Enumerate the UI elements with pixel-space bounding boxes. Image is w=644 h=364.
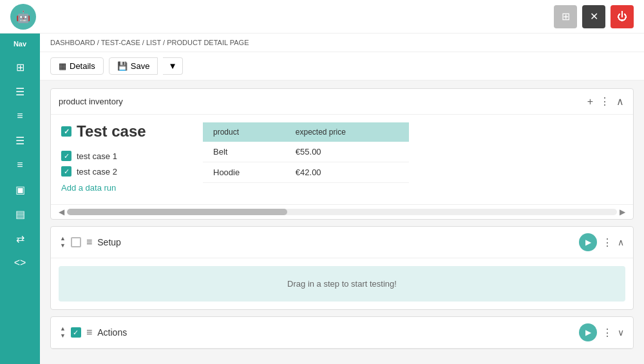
actions-more-button[interactable]: ⋮: [601, 325, 614, 340]
actions-arrow-up[interactable]: ▲: [60, 325, 66, 332]
details-button[interactable]: ▦ Details: [50, 57, 104, 75]
cell-price-1: €55.00: [285, 142, 409, 162]
add-data-run-label: Add a data run: [61, 183, 116, 193]
test-case-list: ✓ test case 1 ✓ test case 2: [61, 148, 190, 179]
save-dropdown-button[interactable]: ▼: [163, 57, 182, 75]
data-table: product expected price Belt €55.00: [203, 122, 409, 183]
sidebar-item-grid[interactable]: ⊞: [8, 57, 32, 77]
actions-collapse-icon[interactable]: ∨: [618, 327, 624, 338]
setup-list-icon: ≡: [86, 236, 92, 248]
list-item: ✓ test case 1: [61, 148, 190, 164]
inventory-title-input[interactable]: [59, 97, 581, 106]
actions-header-left: ▲ ▼ ✓ ≡ Actions: [60, 325, 574, 340]
scroll-track: ◀ ▶: [59, 207, 625, 216]
test-case-checkbox[interactable]: ✓: [61, 126, 71, 137]
drag-zone-text: Drag in a step to start testing!: [287, 279, 397, 289]
cell-price-2: €42.00: [285, 162, 409, 183]
item-label-1: test case 1: [77, 151, 117, 161]
details-icon: ▦: [59, 61, 66, 71]
setup-more-button[interactable]: ⋮: [601, 235, 614, 250]
sidebar-item-arrows[interactable]: ⇄: [8, 228, 32, 249]
sidebar-item-doc[interactable]: ▣: [8, 179, 32, 200]
inventory-card: + ⋮ ∧ ✓ Test case: [50, 88, 634, 220]
logo-icon: 🤖: [16, 10, 30, 24]
layout: Nav ⊞ ☰ ≡ ☰ ≡ ▣ ▤ ⇄ <> DASHBOARD / TEST-…: [0, 34, 644, 364]
save-label: Save: [131, 61, 150, 71]
list-item: ✓ test case 2: [61, 164, 190, 179]
breadcrumb-links[interactable]: DASHBOARD / TEST-CASE / LIST /: [50, 39, 165, 46]
test-case-title-text: Test case: [77, 122, 146, 140]
item-label-2: test case 2: [77, 167, 117, 177]
sidebar-nav-label: Nav: [14, 40, 26, 48]
main-content: DASHBOARD / TEST-CASE / LIST / PRODUCT D…: [40, 34, 644, 364]
setup-title: Setup: [97, 237, 121, 247]
scroll-thumb: [67, 209, 287, 215]
col-header-product: product: [203, 122, 285, 142]
content-area: + ⋮ ∧ ✓ Test case: [40, 81, 644, 357]
setup-header-left: ▲ ▼ ≡ Setup: [60, 235, 574, 249]
cell-product-2: Hoodie: [203, 162, 285, 183]
scroll-left-arrow[interactable]: ◀: [59, 207, 64, 216]
setup-collapse-icon[interactable]: ∧: [618, 237, 624, 247]
test-case-title: ✓ Test case: [61, 122, 190, 140]
sidebar: Nav ⊞ ☰ ≡ ☰ ≡ ▣ ▤ ⇄ <>: [0, 34, 40, 364]
setup-checkbox[interactable]: [71, 237, 81, 247]
sidebar-item-layers[interactable]: ▤: [8, 204, 32, 224]
actions-header-right: ▶ ⋮ ∨: [579, 323, 624, 341]
setup-arrow-up[interactable]: ▲: [60, 235, 66, 242]
setup-arrow-down[interactable]: ▼: [60, 242, 66, 249]
add-data-run-button[interactable]: Add a data run: [61, 179, 116, 196]
top-bar: 🤖 ⊞ ✕ ⏻: [0, 0, 644, 34]
setup-header-right: ▶ ⋮ ∧: [579, 233, 624, 251]
sidebar-item-menu2[interactable]: ≡: [8, 155, 32, 175]
toolbar: ▦ Details 💾 Save ▼: [40, 52, 644, 81]
inventory-body: ✓ Test case ✓ test case 1 ✓ tes: [51, 115, 633, 204]
inventory-header-actions: + ⋮ ∧: [586, 94, 625, 109]
actions-section-card: ▲ ▼ ✓ ≡ Actions ▶ ⋮ ∨: [50, 316, 634, 349]
setup-up-down: ▲ ▼: [60, 235, 66, 249]
top-bar-actions: ⊞ ✕ ⏻: [554, 5, 634, 28]
collapse-icon-button[interactable]: ∧: [615, 94, 625, 109]
save-icon: 💾: [117, 61, 128, 71]
scroll-thumb-container[interactable]: [67, 209, 617, 215]
breadcrumb: DASHBOARD / TEST-CASE / LIST / PRODUCT D…: [40, 34, 644, 52]
close-button[interactable]: ✕: [582, 5, 605, 28]
power-button[interactable]: ⏻: [611, 5, 634, 28]
actions-play-button[interactable]: ▶: [579, 323, 597, 341]
col-header-price: expected price: [285, 122, 409, 142]
monitor-button[interactable]: ⊞: [554, 5, 577, 28]
item-checkbox-1[interactable]: ✓: [61, 151, 71, 161]
setup-section-header: ▲ ▼ ≡ Setup ▶ ⋮ ∧: [51, 227, 633, 258]
save-button[interactable]: 💾 Save: [109, 57, 158, 75]
table-row: Belt €55.00: [203, 142, 409, 162]
actions-section-header: ▲ ▼ ✓ ≡ Actions ▶ ⋮ ∨: [51, 317, 633, 349]
cell-product-1: Belt: [203, 142, 285, 162]
sidebar-item-list[interactable]: ☰: [8, 81, 32, 102]
setup-section-card: ▲ ▼ ≡ Setup ▶ ⋮ ∧ Drag in a step to sta: [50, 226, 634, 310]
breadcrumb-current: PRODUCT DETAIL PAGE: [167, 39, 249, 46]
inventory-header: + ⋮ ∧: [51, 89, 633, 115]
add-icon-button[interactable]: +: [586, 95, 594, 109]
actions-list-icon: ≡: [86, 327, 92, 338]
sidebar-item-menu[interactable]: ☰: [8, 130, 32, 151]
sidebar-item-code[interactable]: <>: [8, 253, 32, 273]
item-checkbox-2[interactable]: ✓: [61, 166, 71, 177]
details-label: Details: [70, 61, 95, 71]
app-logo: 🤖: [10, 4, 36, 30]
test-case-section: ✓ Test case ✓ test case 1 ✓ tes: [61, 122, 623, 196]
scroll-strip: ◀ ▶: [51, 204, 633, 219]
actions-checkbox[interactable]: ✓: [71, 327, 81, 338]
actions-up-down: ▲ ▼: [60, 325, 66, 340]
scroll-right-arrow[interactable]: ▶: [620, 207, 625, 216]
test-case-left: ✓ Test case ✓ test case 1 ✓ tes: [61, 122, 190, 196]
table-row: Hoodie €42.00: [203, 162, 409, 183]
setup-play-button[interactable]: ▶: [579, 233, 597, 251]
actions-title: Actions: [97, 327, 127, 338]
sidebar-item-lines[interactable]: ≡: [8, 106, 32, 126]
setup-drag-zone: Drag in a step to start testing!: [59, 266, 625, 302]
more-icon-button[interactable]: ⋮: [598, 94, 611, 109]
actions-arrow-down[interactable]: ▼: [60, 332, 66, 340]
data-table-container: product expected price Belt €55.00: [203, 122, 409, 196]
